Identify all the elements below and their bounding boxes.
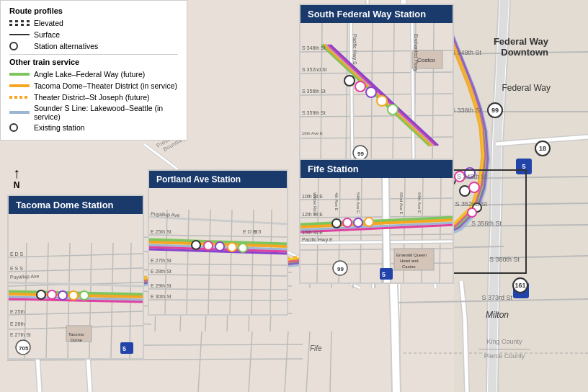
elevated-icon bbox=[9, 18, 30, 28]
svg-point-82 bbox=[80, 291, 89, 300]
svg-text:10th St E: 10th St E bbox=[302, 194, 323, 199]
svg-point-112 bbox=[228, 243, 236, 251]
sounder-label: Sounder S Line: Lakewood–Seattle (in ser… bbox=[34, 104, 178, 121]
legend-angle-lake: Angle Lake–Federal Way (future) bbox=[9, 69, 178, 79]
north-arrow: ↑ N bbox=[13, 166, 20, 190]
station-alt-icon bbox=[9, 41, 30, 51]
fife-map-label: Fife bbox=[310, 344, 322, 352]
legend-box: Route profiles Elevated Surface Station … bbox=[0, 0, 187, 141]
svg-line-102 bbox=[149, 300, 287, 300]
legend-station-alt: Station alternatives bbox=[9, 41, 178, 51]
svg-point-110 bbox=[204, 241, 213, 250]
svg-text:E 27th St: E 27th St bbox=[10, 332, 31, 337]
legend-surface: Surface bbox=[9, 30, 178, 40]
svg-point-135 bbox=[355, 81, 365, 92]
tacoma-dome-title: Tacoma Dome Station bbox=[16, 200, 114, 210]
svg-point-166 bbox=[365, 218, 373, 226]
svg-text:Tacoma: Tacoma bbox=[68, 332, 84, 337]
north-label: N bbox=[13, 180, 20, 190]
svg-point-136 bbox=[366, 87, 376, 97]
svg-text:16th Ave E: 16th Ave E bbox=[302, 131, 323, 135]
svg-point-81 bbox=[69, 291, 78, 300]
federal-way-label: Federal Way bbox=[502, 83, 551, 93]
sfw-title: South Federal Way Station bbox=[308, 9, 426, 19]
north-arrow-symbol: ↑ bbox=[13, 166, 20, 180]
sfw-station-box: South Federal Way Station bbox=[299, 4, 454, 169]
route-profiles-title: Route profiles bbox=[9, 6, 178, 15]
svg-text:99: 99 bbox=[337, 266, 344, 272]
elevated-label: Elevated bbox=[34, 19, 63, 27]
tacoma-dome-map: E D S E S S Puyallup Ave E 25th E 26th E… bbox=[9, 214, 143, 358]
svg-point-137 bbox=[377, 96, 387, 106]
federal-way-downtown-label: Federal WayDowntown bbox=[494, 36, 548, 58]
svg-text:Enchanted Pkwy: Enchanted Pkwy bbox=[413, 34, 419, 72]
fife-map: Emerald Queen Hotel and Casino 10th St E… bbox=[300, 178, 453, 282]
legend-elevated: Elevated bbox=[9, 18, 178, 28]
svg-point-163 bbox=[332, 219, 341, 228]
fife-title: Fife Station bbox=[308, 164, 359, 174]
svg-text:S 356th St: S 356th St bbox=[302, 89, 326, 94]
svg-text:54th Ave E: 54th Ave E bbox=[356, 192, 360, 213]
svg-text:E S S: E S S bbox=[10, 266, 23, 271]
svg-text:4th Ave E: 4th Ave E bbox=[334, 192, 339, 211]
legend-tacoma-dome-service: Tacoma Dome–Theater District (in service… bbox=[9, 81, 178, 91]
legend-sounder: Sounder S Line: Lakewood–Seattle (in ser… bbox=[9, 104, 178, 121]
s348th-label: S 348th St bbox=[451, 49, 481, 56]
svg-text:5: 5 bbox=[122, 345, 126, 352]
portland-ave-map: Puyallup Ave E 25th St E 27th St E 28th … bbox=[149, 188, 287, 314]
svg-point-78 bbox=[37, 290, 45, 299]
svg-point-134 bbox=[344, 76, 355, 86]
county-boundary-label: King County————————Pierce County bbox=[478, 338, 530, 360]
svg-text:705: 705 bbox=[19, 345, 29, 352]
fife-header: Fife Station bbox=[300, 160, 453, 178]
tacoma-dome-service-label: Tacoma Dome–Theater District (in service… bbox=[34, 81, 177, 90]
tacoma-dome-station-box: Tacoma Dome Station bbox=[7, 195, 144, 360]
svg-text:Pacific Hwy E: Pacific Hwy E bbox=[302, 237, 333, 243]
svg-text:Dome: Dome bbox=[71, 338, 83, 342]
portland-ave-station-box: Portland Ave Station bbox=[148, 169, 288, 316]
other-services-title: Other train service bbox=[9, 58, 178, 66]
existing-station-icon bbox=[9, 122, 30, 133]
svg-text:Emerald Queen: Emerald Queen bbox=[396, 253, 427, 257]
portland-ave-header: Portland Ave Station bbox=[149, 171, 287, 188]
angle-lake-label: Angle Lake–Federal Way (future) bbox=[34, 70, 145, 79]
svg-text:Hotel and: Hotel and bbox=[400, 259, 419, 263]
svg-text:E 27th St: E 27th St bbox=[151, 258, 172, 263]
svg-text:E 29th St: E 29th St bbox=[151, 283, 172, 288]
svg-text:E 30th St: E 30th St bbox=[151, 294, 172, 299]
svg-text:S 348th St: S 348th St bbox=[302, 45, 326, 50]
svg-text:Costco: Costco bbox=[417, 57, 435, 63]
portland-ave-title: Portland Ave Station bbox=[156, 174, 241, 184]
tacoma-dome-service-icon bbox=[9, 81, 30, 91]
svg-text:E 25th St: E 25th St bbox=[151, 229, 172, 234]
svg-point-109 bbox=[192, 241, 200, 249]
sr99-shield: 99 bbox=[487, 102, 503, 118]
sfw-inset-box bbox=[451, 169, 527, 274]
svg-text:E 26th: E 26th bbox=[10, 321, 24, 326]
svg-text:S 352nd St: S 352nd St bbox=[302, 67, 327, 72]
fife-station-box: Fife Station bbox=[299, 159, 454, 284]
s373rd-label: S 373rd St bbox=[481, 294, 512, 301]
svg-point-164 bbox=[343, 218, 352, 227]
theater-district-icon bbox=[9, 92, 30, 102]
milton-label: Milton bbox=[486, 310, 509, 320]
svg-text:5: 5 bbox=[382, 271, 386, 278]
theater-district-label: Theater District–St Joseph (future) bbox=[34, 93, 149, 102]
sfw-header: South Federal Way Station bbox=[300, 5, 453, 23]
svg-text:12th St E: 12th St E bbox=[302, 212, 323, 217]
svg-text:E 5: E 5 bbox=[254, 229, 262, 234]
sounder-icon bbox=[9, 107, 30, 117]
svg-point-113 bbox=[239, 244, 247, 252]
angle-lake-icon bbox=[9, 69, 30, 79]
svg-text:Pacific Hwy S: Pacific Hwy S bbox=[352, 34, 357, 65]
sr18-shield: 18 bbox=[535, 141, 551, 156]
s336th-label: S 336th St bbox=[451, 107, 481, 114]
surface-icon bbox=[9, 30, 30, 40]
svg-line-101 bbox=[149, 289, 287, 290]
svg-point-79 bbox=[48, 290, 56, 299]
sr161-shield: 161 bbox=[512, 277, 528, 293]
svg-point-80 bbox=[58, 291, 67, 300]
svg-text:99: 99 bbox=[357, 151, 364, 157]
svg-point-111 bbox=[215, 242, 224, 251]
svg-text:62nd Ave E: 62nd Ave E bbox=[399, 192, 404, 215]
